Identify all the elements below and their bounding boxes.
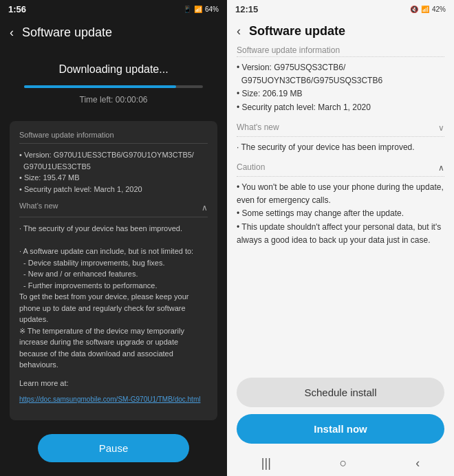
schedule-install-button[interactable]: Schedule install [237,378,444,407]
download-section: Downloading update... Time left: 00:00:0… [0,50,227,116]
caution-chevron-icon: ∧ [438,163,444,173]
chevron-up-icon: ∧ [202,203,208,213]
nav-bar: ||| ○ ‹ [227,451,454,476]
left-header: ‹ Software update [0,19,227,50]
right-panel: 12:15 🔇 📶 42% ‹ Software update Software… [227,0,454,476]
info-card-left: Software update information • Version: G… [10,121,217,420]
right-info-text: • Version: G975USQS3CTB6/ G975UOYN3CTB6/… [237,61,444,114]
back-button-right[interactable]: ‹ [237,24,241,39]
right-whats-new-title: What's new [237,122,279,132]
learn-more-label: Learn more at: [19,378,208,389]
mute-icon: 🔇 [410,6,418,13]
downloading-text: Downloading update... [58,63,168,76]
right-divider1 [237,56,444,57]
right-divider2 [237,136,444,137]
wifi-icon: 📶 [194,6,202,13]
whats-new-header: What's new ∧ [19,202,208,214]
battery-right: 42% [432,6,446,13]
left-info-text: • Version: G970U1UES3CTB6/G970U1OYM3CTB5… [19,149,208,195]
caution-section-header: Caution ∧ [237,162,444,173]
right-content: Software update information • Version: G… [227,45,454,369]
whats-new-text: · The security of your device has been i… [19,223,208,371]
bottom-buttons: Schedule install Install now [227,369,454,451]
left-info-title: Software update information [19,131,208,139]
install-now-button[interactable]: Install now [237,414,444,444]
right-divider3 [237,176,444,177]
progress-bar-container [24,85,203,88]
battery-left: 64% [205,6,219,13]
chevron-down-icon: ∨ [438,123,444,133]
time-left: Time left: 00:00:06 [80,95,148,105]
status-bar-left: 1:56 📱 📶 64% [0,0,227,19]
right-caution-title: Caution [237,162,265,172]
home-icon[interactable]: ○ [340,456,347,470]
recents-icon[interactable]: ||| [261,456,271,470]
pause-button[interactable]: Pause [38,434,189,462]
progress-bar-fill [24,85,176,88]
left-page-title: Software update [22,25,112,40]
right-caution-text: • You won't be able to use your phone du… [237,181,444,247]
left-time: 1:56 [8,4,26,14]
right-page-title: Software update [249,24,345,39]
right-info-title: Software update information [237,45,444,55]
right-time: 12:15 [235,4,258,14]
back-nav-icon[interactable]: ‹ [415,456,420,470]
left-status-icons: 📱 📶 64% [183,6,219,13]
whats-new-title: What's new [19,202,58,210]
time-left-value: 00:00:06 [116,95,148,105]
sim-icon: 📱 [183,6,191,13]
time-left-label: Time left: [80,95,114,105]
whats-new-section-header: What's new ∨ [237,122,444,133]
right-whats-new-text: · The security of your device has been i… [237,141,444,154]
right-status-icons: 🔇 📶 42% [410,6,446,13]
status-bar-right: 12:15 🔇 📶 42% [227,0,454,19]
back-button-left[interactable]: ‹ [10,25,14,40]
divider1 [19,143,208,144]
pause-btn-container: Pause [0,426,227,476]
wifi-icon-right: 📶 [421,6,429,13]
right-header: ‹ Software update [227,19,454,45]
learn-more-link[interactable]: https://doc.samsungmobile.com/SM-G970U1/… [19,396,208,403]
divider2 [19,217,208,217]
left-panel: 1:56 📱 📶 64% ‹ Software update Downloadi… [0,0,227,476]
